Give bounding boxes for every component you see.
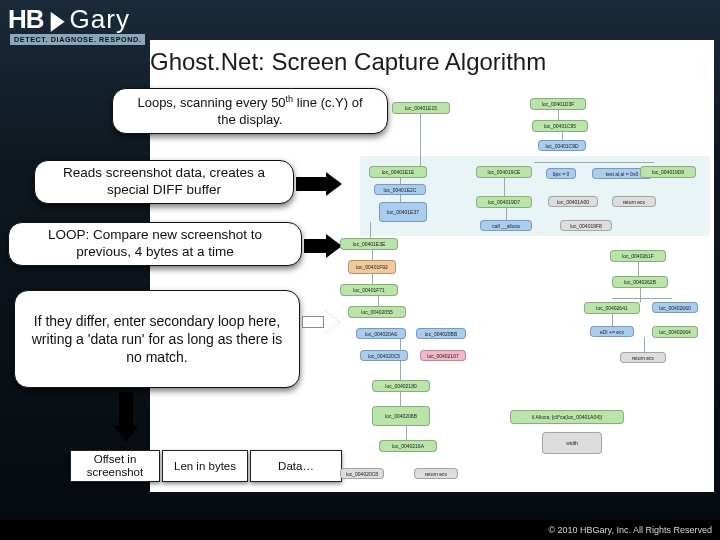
callout-loop-scan: Loops, scanning every 50th line (c.Y) of… [112, 88, 388, 134]
flow-node: loc_00402107 [420, 350, 466, 361]
flow-node: loc_00401C9D [538, 140, 586, 151]
flow-edge [420, 114, 421, 166]
flow-edge [612, 298, 672, 299]
field-data: Data… [250, 450, 342, 482]
flow-edge [372, 274, 373, 284]
flow-node: return ecx [620, 352, 666, 363]
flow-node: loc_0040262B [612, 276, 668, 288]
field-length: Len in bytes [162, 450, 248, 482]
flow-edge [640, 288, 641, 302]
flow-node: loc_0040208B [372, 406, 430, 426]
flow-node: loc_004019D7 [476, 196, 532, 208]
flow-node: loc_00401E1E [369, 166, 427, 178]
flow-edge [612, 314, 613, 326]
logo-hb: HB [8, 4, 44, 35]
flow-edge [400, 339, 401, 350]
flow-node: loc_00402660 [652, 302, 698, 313]
flow-node: eDI += ecx [590, 326, 634, 337]
flow-node: return ecx [612, 196, 656, 207]
flow-node: width [542, 432, 602, 454]
flow-node: loc_0040216A [379, 440, 437, 452]
flow-edge [644, 337, 645, 352]
logo-gary: Gary [70, 4, 130, 35]
flow-node: loc_00401C95 [532, 120, 588, 132]
flow-node: loc_00402664 [652, 326, 698, 338]
flow-node: loc_004019F8 [560, 220, 612, 231]
arrow-right-1 [296, 172, 342, 196]
flow-node: loc_00401E15 [392, 102, 450, 114]
flow-node: loc_00401E2C [374, 184, 426, 195]
flow-node: loc_0040261F [610, 250, 666, 262]
flow-node: loc_004020C8 [340, 468, 384, 479]
page-title: Ghost.Net: Screen Capture Algorithm [150, 48, 546, 76]
flow-node: loc_004019CE [476, 166, 532, 178]
chevron-right-icon: ▶ [50, 6, 63, 34]
flow-node: 6px = 0 [546, 168, 576, 179]
flow-node: loc_004020C5 [360, 350, 408, 361]
flow-node: loc_00401F71 [340, 284, 398, 296]
footer-copyright: © 2010 HBGary, Inc. All Rights Reserved [0, 520, 720, 540]
flow-edge [534, 162, 654, 163]
callout-loop-compare: LOOP: Compare new screenshot to previous… [8, 222, 302, 266]
logo-tagline: DETECT. DIAGNOSE. RESPOND. [10, 34, 145, 45]
flow-node: il.Alloca, [cli*ca(loc_00401A04)] [510, 410, 624, 424]
field-offset: Offset in screenshot [70, 450, 160, 482]
flow-edge [378, 296, 379, 306]
flow-edge [562, 132, 563, 140]
arrow-right-3 [302, 310, 340, 334]
callout-secondary-loop: If they differ, enter secondary loop her… [14, 290, 300, 388]
flow-node: loc_004020BB [416, 328, 466, 339]
flow-node: loc_00402180 [372, 380, 430, 392]
flow-node: loc_00402055 [348, 306, 406, 318]
flow-node: loc_00401F92 [348, 260, 396, 274]
flow-edge [638, 262, 639, 276]
flow-node: loc_00401A00 [548, 196, 598, 207]
flow-node: call __alloca [480, 220, 532, 231]
callout-1-pre: Loops, scanning every 50 [137, 95, 285, 110]
flow-node: loc_004019D9 [640, 166, 696, 178]
flow-node: loc_00401E37 [379, 202, 427, 222]
flow-node: loc_004020A6 [356, 328, 406, 339]
flow-edge [400, 361, 401, 380]
flow-edge [400, 195, 401, 202]
logo: HB ▶ Gary [8, 4, 130, 35]
flow-edge [558, 110, 559, 120]
flow-edge [406, 426, 407, 440]
flow-node: loc_00402641 [584, 302, 640, 314]
flow-node: return ecx [414, 468, 458, 479]
flow-edge [504, 178, 505, 196]
flow-edge [506, 208, 507, 220]
flow-node: loc_00401D3F [530, 98, 586, 110]
arrow-down [118, 392, 134, 442]
flow-edge [400, 178, 401, 184]
flow-node: loc_00401E3E [340, 238, 398, 250]
flow-edge [372, 250, 373, 260]
flow-edge [400, 392, 401, 406]
flow-edge [370, 222, 371, 238]
arrow-right-2 [304, 234, 342, 258]
callout-diff-buffer: Reads screenshot data, creates a special… [34, 160, 294, 204]
slide: HB ▶ Gary DETECT. DIAGNOSE. RESPOND. Gho… [0, 0, 720, 540]
